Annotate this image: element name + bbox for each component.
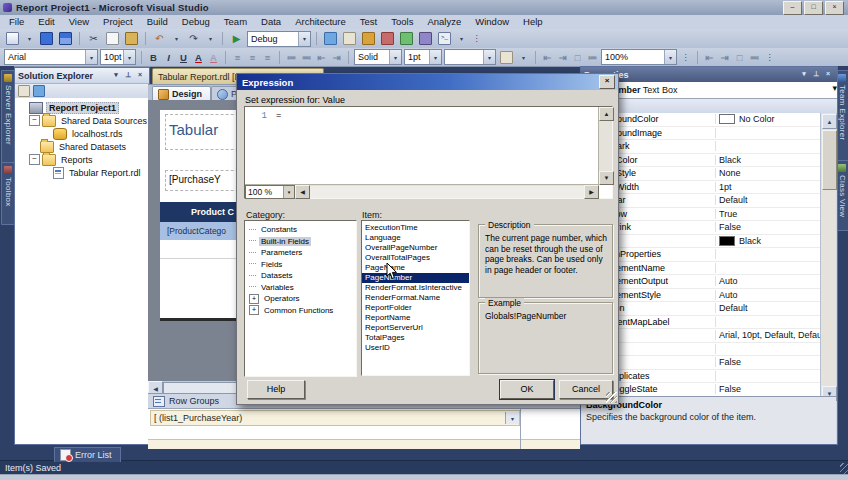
bullet-list-button[interactable]: ≔ <box>285 52 298 63</box>
border-width-combo[interactable]: 1pt ▾ <box>404 49 442 65</box>
collapse-icon[interactable] <box>29 154 40 165</box>
editor-horizontal-scrollbar[interactable] <box>310 186 584 198</box>
align-left-button[interactable]: ≡ <box>231 52 244 63</box>
menu-item[interactable]: Analyze <box>420 15 468 29</box>
cut-button[interactable]: ✂ <box>85 31 102 46</box>
save-button[interactable] <box>38 31 55 46</box>
item-option[interactable]: RenderFormat.Name <box>362 293 469 303</box>
toolbox-button[interactable] <box>398 31 415 46</box>
property-value[interactable]: No Color <box>716 114 820 124</box>
undo-dropdown[interactable]: ▾ <box>170 31 183 46</box>
category-option[interactable]: Parameters <box>245 247 356 259</box>
menu-item[interactable]: Window <box>468 15 516 29</box>
bold-button[interactable]: B <box>147 52 160 63</box>
align-middles-button[interactable]: ⇥ <box>556 52 569 63</box>
find-in-files-button[interactable] <box>322 31 339 46</box>
item-option[interactable]: RenderFormat.IsInteractive <box>362 283 469 293</box>
category-option[interactable]: Built-in Fields <box>245 236 356 248</box>
command-window-dropdown[interactable]: ▾ <box>455 31 468 46</box>
item-option[interactable]: Language <box>362 233 469 243</box>
new-item-dropdown[interactable]: ▾ <box>23 31 36 46</box>
property-value[interactable]: False <box>716 357 820 367</box>
close-button[interactable]: × <box>825 1 844 15</box>
redo-button[interactable]: ↷ <box>185 31 202 46</box>
property-value[interactable]: Default <box>716 303 820 313</box>
refresh-tool-icon[interactable] <box>33 85 45 97</box>
window-position-icon[interactable]: ▾ <box>110 70 122 81</box>
category-option[interactable]: Fields <box>245 259 356 271</box>
menu-item[interactable]: Help <box>516 15 550 29</box>
window-position-icon[interactable]: ▾ <box>798 69 810 80</box>
numbered-list-button[interactable]: ≕ <box>300 52 313 63</box>
property-value[interactable]: Arial, 10pt, Default, Default, Defa <box>716 330 820 340</box>
font-size-combo[interactable]: 10pt ▾ <box>100 49 136 65</box>
item-option[interactable]: TotalPages <box>362 333 469 343</box>
menu-item[interactable]: Edit <box>31 15 61 29</box>
expand-icon[interactable]: + <box>249 305 259 315</box>
italic-button[interactable]: I <box>162 52 175 63</box>
category-option[interactable]: Constants <box>245 224 356 236</box>
properties-window-button[interactable] <box>360 31 377 46</box>
category-option[interactable]: + Common Functions <box>245 305 356 317</box>
toolbox-tab[interactable]: Toolbox <box>1 162 15 225</box>
pin-icon[interactable]: ⊥ <box>810 69 822 80</box>
align-center-button[interactable]: ≡ <box>246 52 259 63</box>
properties-scrollbar[interactable]: ▲ ▼ <box>820 113 836 402</box>
command-window-button[interactable]: >_ <box>436 31 453 46</box>
increase-indent-button[interactable]: ⇥ <box>330 52 343 63</box>
server-explorer-tab[interactable]: Server Explorer <box>1 70 15 163</box>
underline-button[interactable]: U <box>177 52 190 63</box>
scroll-down-icon[interactable]: ▼ <box>599 171 614 185</box>
item-option[interactable]: UserID <box>362 343 469 353</box>
property-value[interactable]: True <box>716 209 820 219</box>
tree-item-project[interactable]: Report Project1 <box>15 101 149 114</box>
expression-code-editor[interactable]: 1 = ▲ ▼ 100 % ▾ ◀ ▶ <box>244 106 613 199</box>
property-value[interactable]: False <box>716 384 820 394</box>
debug-target-combo[interactable]: Debug ▾ <box>247 31 311 47</box>
start-debugging-button[interactable]: ▶ <box>228 31 245 46</box>
expand-icon[interactable]: + <box>249 294 259 304</box>
tree-item-localhost-rds[interactable]: localhost.rds <box>15 127 149 140</box>
editor-zoom-combo[interactable]: 100 % ▾ <box>245 185 295 199</box>
category-option[interactable]: Datasets <box>245 270 356 282</box>
copy-button[interactable] <box>104 31 121 46</box>
property-value[interactable]: Auto <box>716 276 820 286</box>
save-all-button[interactable] <box>57 31 74 46</box>
collapse-icon[interactable] <box>29 115 40 126</box>
menu-item[interactable]: View <box>62 15 96 29</box>
borders-dropdown[interactable]: ▾ <box>517 50 530 65</box>
property-value[interactable]: Black <box>716 155 820 165</box>
group-dropdown-icon[interactable]: ▾ <box>505 412 519 424</box>
menu-item[interactable]: Build <box>140 15 175 29</box>
paste-button[interactable] <box>123 31 140 46</box>
property-value[interactable]: Auto <box>716 290 820 300</box>
scroll-right-icon[interactable]: ▶ <box>584 185 599 199</box>
item-option[interactable]: ReportServerUrl <box>362 323 469 333</box>
property-value[interactable]: False <box>716 222 820 232</box>
property-value[interactable]: 1pt <box>716 182 820 192</box>
row-group-item[interactable]: [ (list1_PurchaseYear) ▾ <box>150 410 520 426</box>
tree-item-reports[interactable]: Reports <box>15 153 149 166</box>
border-color-combo[interactable]: ▾ <box>444 49 496 65</box>
highlight-button[interactable]: A <box>207 52 220 63</box>
menu-item[interactable]: Test <box>353 15 384 29</box>
item-option[interactable]: OverallPageNumber <box>362 243 469 253</box>
expression-text[interactable]: = <box>276 111 281 121</box>
editor-vertical-scrollbar[interactable]: ▲ ▼ <box>598 107 612 185</box>
dialog-resize-grip[interactable] <box>606 392 617 403</box>
tree-item-shared-data-sources[interactable]: Shared Data Sources <box>15 114 149 127</box>
scrollbar-thumb[interactable] <box>822 130 837 190</box>
minimize-button[interactable]: – <box>783 1 802 15</box>
window-resize-grip[interactable] <box>840 463 848 474</box>
tree-item-tabular-report[interactable]: Tabular Report.rdl <box>15 166 149 179</box>
category-option[interactable]: + Operators <box>245 293 356 305</box>
scroll-up-icon[interactable]: ▲ <box>599 107 614 121</box>
align-tops-button[interactable]: ⇤ <box>541 52 554 63</box>
make-same-size-button[interactable]: □ <box>571 52 584 63</box>
scroll-up-icon[interactable]: ▲ <box>822 114 837 129</box>
properties-tool-icon[interactable] <box>18 85 30 97</box>
menu-item[interactable]: File <box>2 15 31 29</box>
borders-button[interactable] <box>498 50 515 65</box>
design-tab[interactable]: Design <box>152 86 211 101</box>
item-option[interactable]: ReportFolder <box>362 303 469 313</box>
